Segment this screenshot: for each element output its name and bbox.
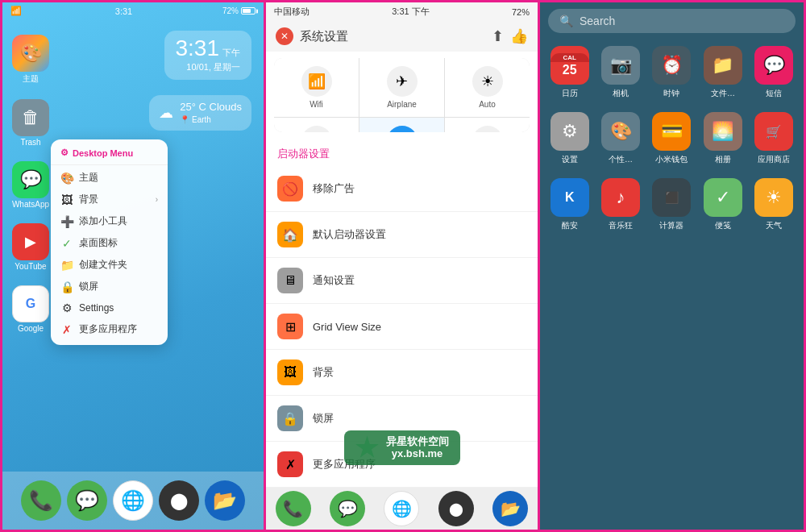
- qs-auto[interactable]: ☀ Auto: [445, 58, 530, 117]
- qs-airplane-label: Airplane: [387, 100, 417, 109]
- right-app-kooan[interactable]: K 酷安: [548, 178, 591, 231]
- right-app-calculator[interactable]: ⬛ 计算器: [650, 178, 693, 231]
- youtube-icon: ▶: [12, 223, 49, 260]
- launcher-item-default[interactable]: 🏠 默认启动器设置: [266, 212, 538, 258]
- right-app-album[interactable]: 🌅 相册: [701, 112, 744, 165]
- watermark-text: 异星软件空间 yx.bsh.me: [386, 435, 449, 460]
- mid-dock-messages[interactable]: 💬: [330, 491, 365, 526]
- mid-dock-phone[interactable]: 📞: [276, 491, 311, 526]
- share-icon[interactable]: ⬆: [492, 27, 504, 45]
- qs-wifi[interactable]: 📶 Wifi: [274, 58, 359, 117]
- menu-dot-icon: ⚙: [60, 148, 69, 158]
- left-app-column: 🎨 主题 🗑 Trash 💬 WhatsApp ▶ YouTube G Goog…: [10, 35, 51, 333]
- settings-icon: ⚙: [550, 112, 589, 151]
- left-app-google[interactable]: G Google: [10, 285, 51, 333]
- left-time: 3:31: [115, 6, 132, 16]
- arrow-icon: ›: [156, 195, 158, 204]
- right-app-notes[interactable]: ✓ 便笺: [701, 178, 744, 231]
- left-app-youtube[interactable]: ▶ YouTube: [10, 223, 51, 271]
- google-label: Google: [18, 324, 44, 333]
- menu-item-theme[interactable]: 🎨 主题: [51, 167, 168, 189]
- left-app-whatsapp[interactable]: 💬 WhatsApp: [10, 161, 51, 209]
- right-app-camera[interactable]: 📷 相机: [599, 46, 642, 99]
- left-panel: 📶 3:31 72% 🎨 主题 🗑 Trash 💬 WhatsApp ▶ You…: [0, 0, 266, 532]
- menu-item-settings[interactable]: ⚙ Settings: [51, 297, 168, 318]
- datetime-ampm: 下午: [222, 47, 240, 59]
- right-app-music[interactable]: ♪ 音乐狂: [599, 178, 642, 231]
- right-app-grid-row3: K 酷安 ♪ 音乐狂 ⬛ 计算器 ✓ 便笺 ☀ 天气: [540, 172, 804, 238]
- menu-item-more-apps[interactable]: ✗ 更多应用程序: [51, 318, 168, 340]
- calculator-label: 计算器: [659, 220, 683, 231]
- context-menu[interactable]: ⚙ Desktop Menu 🎨 主题 🖼 背景 › ➕ 添加小工具 ✓ 桌面图…: [51, 139, 168, 345]
- right-app-files[interactable]: 📁 文件…: [701, 46, 744, 99]
- dock-camera[interactable]: ⬤: [159, 480, 199, 521]
- clock-label: 时钟: [663, 88, 679, 99]
- search-bar[interactable]: 🔍 Search: [548, 9, 796, 33]
- dock-chrome[interactable]: 🌐: [113, 480, 153, 521]
- qs-flash[interactable]: 🔦 Flash: [274, 118, 359, 132]
- qs-system-settings[interactable]: ⚙ 系统设置: [445, 118, 530, 132]
- menu-item-folder[interactable]: 📁 创建文件夹: [51, 254, 168, 276]
- default-launcher-label: 默认启动器设置: [313, 227, 526, 242]
- mid-battery: 72%: [512, 7, 530, 17]
- bluetooth-icon: ⬡: [387, 126, 418, 132]
- right-app-store[interactable]: 🛒 应用商店: [753, 112, 796, 165]
- weather-temp: 25° C Clouds: [180, 100, 242, 114]
- remove-ads-label: 移除广告: [313, 181, 526, 196]
- calendar-label: 日历: [562, 88, 578, 99]
- qs-auto-label: Auto: [479, 100, 496, 109]
- left-app-trash[interactable]: 🗑 Trash: [10, 99, 51, 147]
- search-icon: 🔍: [559, 15, 573, 27]
- mid-dock-chrome[interactable]: 🌐: [384, 491, 419, 526]
- album-label: 相册: [715, 154, 731, 165]
- miwallet-icon: 💳: [652, 112, 691, 151]
- right-app-sms[interactable]: 💬 短信: [753, 46, 796, 99]
- right-app-clock[interactable]: ⏰ 时钟: [650, 46, 693, 99]
- menu-item-wallpaper[interactable]: 🖼 背景 ›: [51, 189, 168, 210]
- more-apps-icon: ✗: [277, 451, 303, 477]
- left-bottom-dock: 📞 💬 🌐 ⬤ 📂: [2, 472, 264, 530]
- right-app-calendar[interactable]: CAL 25 日历: [548, 46, 591, 99]
- lock-label: 锁屏: [313, 411, 526, 426]
- launcher-item-grid[interactable]: ⊞ Grid View Size: [266, 304, 538, 350]
- menu-theme-icon: 🎨: [60, 172, 73, 185]
- menu-folder-icon: 📁: [60, 259, 73, 272]
- mid-time: 3:31 下午: [392, 6, 429, 18]
- clock-icon: ⏰: [652, 46, 691, 85]
- right-app-weather[interactable]: ☀ 天气: [753, 178, 796, 231]
- appstore-label: 应用商店: [758, 154, 790, 165]
- right-app-miwallet[interactable]: 💳 小米钱包: [650, 112, 693, 165]
- personalization-icon: 🎨: [601, 112, 640, 151]
- qs-bluetooth[interactable]: ⬡ Bluetooth: [359, 118, 444, 132]
- thumbsup-icon[interactable]: 👍: [510, 27, 528, 45]
- menu-item-widget[interactable]: ➕ 添加小工具: [51, 210, 168, 232]
- menu-more-icon: ✗: [60, 323, 73, 336]
- mid-status-bar: 中国移动 3:31 下午 72%: [266, 2, 538, 21]
- close-button[interactable]: ✕: [276, 27, 293, 45]
- dock-phone[interactable]: 📞: [21, 480, 61, 521]
- mid-dock-files[interactable]: 📂: [492, 491, 528, 526]
- whatsapp-icon: 💬: [12, 161, 49, 198]
- right-app-personalization[interactable]: 🎨 个性…: [599, 112, 642, 165]
- menu-item-desktop-icon[interactable]: ✓ 桌面图标: [51, 232, 168, 254]
- launcher-item-remove-ads[interactable]: 🚫 移除广告: [266, 166, 538, 212]
- bg-icon: 🖼: [277, 360, 303, 385]
- context-menu-title: ⚙ Desktop Menu: [51, 144, 168, 163]
- launcher-item-bg[interactable]: 🖼 背景: [266, 350, 538, 396]
- dock-messages[interactable]: 💬: [67, 480, 107, 521]
- wifi-qs-icon: 📶: [301, 66, 332, 97]
- notes-label: 便笺: [715, 220, 731, 231]
- launcher-item-notifications[interactable]: 🖥 通知设置: [266, 258, 538, 304]
- mid-top-bar: ✕ 系统设置 ⬆ 👍: [266, 21, 538, 52]
- right-app-settings[interactable]: ⚙ 设置: [548, 112, 591, 165]
- left-app-theme[interactable]: 🎨 主题: [10, 35, 51, 85]
- theme-label: 主题: [23, 73, 39, 85]
- dock-files[interactable]: 📂: [205, 480, 245, 521]
- signal-icon: 📶: [10, 6, 22, 16]
- settings-label: 设置: [562, 154, 578, 165]
- flash-icon: 🔦: [301, 126, 332, 132]
- qs-airplane[interactable]: ✈ Airplane: [359, 58, 444, 117]
- menu-wallpaper-icon: 🖼: [60, 193, 73, 206]
- mid-dock-camera[interactable]: ⬤: [438, 491, 474, 526]
- menu-item-lockscreen[interactable]: 🔒 锁屏: [51, 276, 168, 297]
